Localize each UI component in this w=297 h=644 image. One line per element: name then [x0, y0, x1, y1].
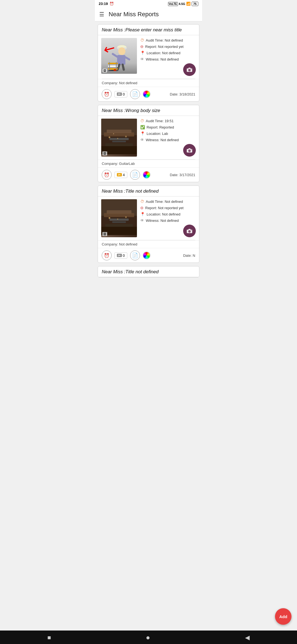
- card-2-witness: 👁 Witness: Not defined: [140, 138, 196, 142]
- report-card-2[interactable]: Near Miss :Wrong body size: [98, 105, 199, 182]
- camera-icon: [186, 67, 193, 72]
- menu-icon[interactable]: ☰: [99, 11, 104, 18]
- card-2-photo-count[interactable]: 2K 4: [114, 172, 127, 178]
- svg-point-17: [189, 70, 190, 71]
- card-3-pdf-button[interactable]: 📄: [130, 250, 140, 260]
- card-3-camera-button[interactable]: [183, 225, 196, 237]
- svg-point-46: [117, 219, 118, 220]
- card-1-location: 📍 Location: Not defined: [140, 51, 196, 55]
- location-icon: 📍: [140, 51, 145, 55]
- card-2-audit-time: ⏱ Audit Time: 19:51: [140, 119, 196, 123]
- card-3-witness: 👁 Witness: Not defined: [140, 218, 196, 223]
- card-2-photo-number: 4: [123, 173, 125, 177]
- svg-rect-42: [112, 221, 126, 223]
- svg-line-4: [113, 54, 117, 57]
- card-2-location: 📍 Location: Lab: [140, 131, 196, 136]
- location-icon-3: 📍: [140, 212, 145, 216]
- svg-point-36: [191, 149, 192, 150]
- card-1-title: Near Miss :Please enter near miss title: [98, 24, 199, 35]
- witness-icon: 👁: [140, 57, 144, 61]
- report-card-4[interactable]: Near Miss :Title not defined: [98, 266, 199, 277]
- card-1-photo-count[interactable]: 2K 0: [114, 91, 127, 97]
- card-1-audit-time: ⏱ Audit Time: Not defined: [140, 38, 196, 42]
- card-2-report: ✅ Report: Reported: [140, 125, 196, 129]
- card-3-photo-count[interactable]: 2K 0: [114, 252, 127, 259]
- report-icon-3: ⊖: [140, 206, 144, 210]
- svg-rect-22: [104, 132, 134, 137]
- svg-rect-26: [105, 143, 133, 146]
- status-time: 23:19: [99, 2, 108, 6]
- svg-rect-41: [109, 219, 129, 221]
- battery-indicator: 75: [192, 2, 198, 6]
- card-2-photos-button[interactable]: [143, 171, 150, 179]
- card-1-body: ↙: [98, 35, 199, 79]
- page-title: Near Miss Reports: [109, 11, 159, 18]
- card-1-footer: ⏰ 2K 0 📄 Date: 3/18/2021: [98, 87, 199, 101]
- svg-line-5: [125, 57, 129, 59]
- card-1-report: ⊖ Report: Not reported yet: [140, 44, 196, 49]
- svg-point-28: [109, 137, 110, 138]
- card-2-camera-button[interactable]: [183, 144, 196, 157]
- svg-line-7: [123, 65, 124, 70]
- card-3-audit-time: ⏱ Audit Time: Not defined: [140, 199, 196, 204]
- svg-rect-24: [109, 138, 129, 140]
- header: ☰ Near Miss Reports: [95, 7, 202, 21]
- svg-rect-51: [188, 229, 190, 230]
- photo-count-2k-icon-3: 2K: [117, 254, 122, 257]
- card-1-info: ⏱ Audit Time: Not defined ⊖ Report: Not …: [140, 38, 196, 76]
- report-card-3[interactable]: Near Miss :Title not defined 🖼: [98, 185, 199, 263]
- network-indicator: VoLTE 4.5G 📶: [168, 2, 191, 6]
- card-1-date: Date: 3/18/2021: [170, 92, 195, 96]
- svg-point-47: [125, 216, 127, 218]
- card-3-photos-button[interactable]: [143, 252, 150, 259]
- svg-rect-3: [117, 55, 125, 65]
- card-2-pdf-button[interactable]: 📄: [130, 170, 140, 180]
- svg-rect-39: [104, 213, 134, 217]
- svg-rect-23: [107, 130, 131, 133]
- card-3-image-badge: 🖼: [102, 232, 107, 236]
- card-3-title: Near Miss :Title not defined: [98, 186, 199, 197]
- card-3-footer: ⏰ 2K 0 📄 Date: N: [98, 248, 199, 263]
- photo-count-2k-icon-2: 2K: [117, 173, 122, 176]
- card-3-body: 🖼 ⏱ Audit Time: Not defined ⊖ Report: No…: [98, 197, 199, 240]
- card-4-title: Near Miss :Title not defined: [98, 266, 199, 277]
- camera-icon-2: [186, 148, 193, 153]
- card-2-image: 🖼: [101, 119, 137, 157]
- svg-point-30: [125, 136, 127, 137]
- clock-icon-2: ⏱: [140, 119, 144, 123]
- svg-rect-18: [188, 68, 190, 69]
- clock-icon: ⏱: [140, 38, 144, 42]
- card-3-info: ⏱ Audit Time: Not defined ⊖ Report: Not …: [140, 199, 196, 237]
- card-1-image-badge: 🖼: [102, 69, 107, 73]
- card-1-witness: 👁 Witness: Not defined: [140, 57, 196, 61]
- card-2-date: Date: 3/17/2021: [170, 173, 195, 177]
- workshop-svg-3: [101, 199, 137, 235]
- card-3-image: 🖼: [101, 199, 137, 237]
- svg-rect-25: [112, 141, 126, 142]
- status-right: VoLTE 4.5G 📶 75: [168, 2, 198, 6]
- svg-rect-40: [107, 210, 131, 214]
- svg-point-34: [189, 150, 190, 152]
- report-card-1[interactable]: Near Miss :Please enter near miss title …: [98, 24, 199, 102]
- card-1-image: ↙: [101, 38, 137, 74]
- card-2-alarm-button[interactable]: ⏰: [102, 170, 112, 180]
- card-1-photos-button[interactable]: [143, 90, 150, 98]
- card-1-camera-button[interactable]: [183, 63, 196, 76]
- location-icon-2: 📍: [140, 131, 145, 136]
- card-3-photo-number: 0: [123, 253, 125, 258]
- svg-point-19: [191, 69, 192, 69]
- witness-icon-3: 👁: [140, 218, 144, 223]
- witness-icon-2: 👁: [140, 138, 144, 142]
- card-1-pdf-button[interactable]: 📄: [130, 89, 140, 99]
- report-icon-2: ✅: [140, 125, 145, 129]
- card-1-alarm-button[interactable]: ⏰: [102, 89, 112, 99]
- status-alarm-icon: ⏰: [109, 2, 114, 6]
- card-2-company: Company: GuitarLab: [98, 160, 199, 167]
- cards-container: Near Miss :Please enter near miss title …: [95, 21, 202, 302]
- card-3-alarm-button[interactable]: ⏰: [102, 250, 112, 260]
- status-bar: 23:19 ⏰ VoLTE 4.5G 📶 75: [95, 0, 202, 7]
- svg-point-31: [113, 133, 114, 134]
- card-2-body: 🖼 ⏱ Audit Time: 19:51 ✅ Report: Reported…: [98, 116, 199, 159]
- camera-icon-3: [186, 228, 193, 233]
- svg-point-45: [109, 217, 110, 219]
